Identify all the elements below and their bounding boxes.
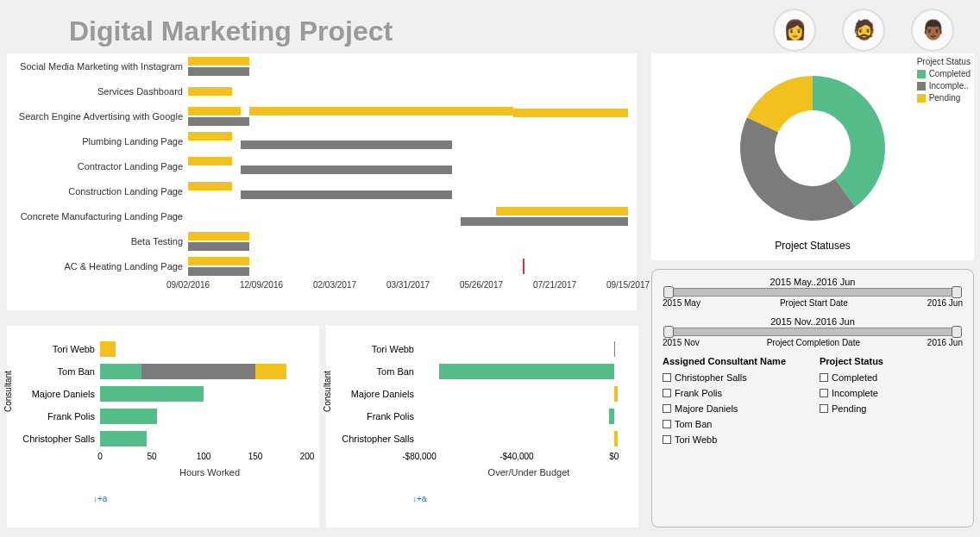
gantt-bar[interactable] <box>241 165 452 174</box>
slider-track[interactable] <box>666 288 959 297</box>
avatar[interactable]: 👩 <box>773 9 816 52</box>
completion-date-slider[interactable]: 2015 Nov..2016 Jun 2015 Nov Project Comp… <box>663 316 963 347</box>
checkbox-icon[interactable] <box>663 373 671 382</box>
checkbox-icon[interactable] <box>820 404 828 413</box>
bar-segment[interactable] <box>100 341 116 357</box>
budget-chart[interactable]: Consultant Tori WebbTom BanMajore Daniel… <box>326 326 638 528</box>
gantt-bar[interactable] <box>513 109 628 117</box>
hours-chart[interactable]: Consultant Tori WebbTom BanMajore Daniel… <box>7 326 319 528</box>
bar-segment[interactable] <box>614 386 618 402</box>
checkbox-row[interactable]: Incomplete <box>820 385 963 401</box>
slider-handle-left[interactable] <box>663 286 674 298</box>
checkbox-icon[interactable] <box>820 389 828 397</box>
bar-label: Frank Polis <box>7 411 100 421</box>
legend-label: Pending <box>929 92 961 104</box>
bar-label: Majore Daniels <box>7 389 100 399</box>
slider-handle-left[interactable] <box>663 326 674 338</box>
axis-tick: 03/31/2017 <box>386 280 430 290</box>
donut-svg <box>726 62 899 234</box>
checkbox-row[interactable]: Majore Daniels <box>663 401 806 416</box>
checkbox-icon[interactable] <box>663 435 671 444</box>
avatar[interactable]: 👨🏾 <box>911 9 954 52</box>
gantt-bar[interactable] <box>188 232 249 240</box>
gantt-bar[interactable] <box>241 140 452 149</box>
gantt-bar[interactable] <box>188 267 249 276</box>
checkbox-row[interactable]: Pending <box>820 401 963 416</box>
slider-range-label: 2015 Nov..2016 Jun <box>663 316 963 327</box>
checkbox-icon[interactable] <box>663 389 671 397</box>
gantt-bar[interactable] <box>188 87 232 96</box>
bar-segment[interactable] <box>614 341 615 357</box>
bar-label: Tom Ban <box>7 366 100 377</box>
slider-min-label: 2015 Nov <box>663 338 700 347</box>
legend-item[interactable]: Incomple.. <box>917 80 971 92</box>
sort-icon[interactable]: ↓+a <box>412 494 426 503</box>
axis-tick: 09/15/2017 <box>606 280 650 290</box>
y-axis-label: Consultant <box>323 371 332 412</box>
slider-caption: Project Start Date <box>700 298 927 308</box>
gantt-bar[interactable] <box>188 117 249 126</box>
axis-tick: 0 <box>97 452 103 461</box>
donut-slice[interactable] <box>740 117 855 221</box>
start-date-slider[interactable]: 2015 May..2016 Jun 2015 May Project Star… <box>663 277 963 308</box>
axis-tick: 50 <box>147 452 156 461</box>
gantt-bar[interactable] <box>188 107 241 116</box>
gantt-bar[interactable] <box>188 182 232 190</box>
legend-item[interactable]: Pending <box>917 92 971 104</box>
slider-handle-right[interactable] <box>952 326 962 338</box>
gantt-bar[interactable] <box>188 257 249 265</box>
bar-segment[interactable] <box>141 364 255 379</box>
checkbox-row[interactable]: Frank Polis <box>663 385 806 401</box>
bar-segment[interactable] <box>100 431 147 446</box>
gantt-bar[interactable] <box>188 57 249 66</box>
checkbox-icon[interactable] <box>663 404 671 413</box>
gantt-row: Contractor Landing Page <box>7 153 637 178</box>
checkbox-row[interactable]: Tori Webb <box>663 432 806 447</box>
legend-item[interactable]: Completed <box>917 68 971 80</box>
bar-segment[interactable] <box>439 364 614 379</box>
gantt-bar[interactable] <box>496 207 628 215</box>
bar-label: Tori Webb <box>326 344 419 354</box>
gantt-row: Concrete Manufacturing Landing Page <box>7 203 637 228</box>
slider-track[interactable] <box>666 328 959 336</box>
gantt-chart[interactable]: Social Media Marketing with InstagramSer… <box>7 53 637 310</box>
slider-handle-right[interactable] <box>952 286 962 298</box>
checkbox-label: Completed <box>832 370 877 385</box>
gantt-label: Search Engine Advertising with Google <box>7 111 188 122</box>
slider-max-label: 2016 Jun <box>927 338 963 347</box>
gantt-bar[interactable] <box>188 242 249 251</box>
bar-segment[interactable] <box>100 409 157 424</box>
gantt-bar[interactable] <box>461 217 628 226</box>
bar-label: Tom Ban <box>326 366 419 377</box>
gantt-bar[interactable] <box>241 190 452 199</box>
consultant-filter: Assigned Consultant Name Christopher Sal… <box>663 356 806 447</box>
gantt-label: Construction Landing Page <box>7 186 188 197</box>
gantt-bar[interactable] <box>249 107 513 116</box>
legend-swatch <box>917 70 926 78</box>
gantt-bar[interactable] <box>188 67 249 76</box>
axis-tick: 12/09/2016 <box>240 280 283 290</box>
slider-range-label: 2015 May..2016 Jun <box>663 277 963 287</box>
bar-segment[interactable] <box>100 386 204 402</box>
checkbox-icon[interactable] <box>663 420 671 428</box>
checkbox-icon[interactable] <box>820 373 828 382</box>
donut-chart[interactable]: Project Status CompletedIncomple..Pendin… <box>651 53 974 260</box>
bar-segment[interactable] <box>614 431 618 446</box>
gantt-row: Services Dashboard <box>7 78 637 103</box>
bar-segment[interactable] <box>100 364 141 379</box>
checkbox-row[interactable]: Tom Ban <box>663 416 806 432</box>
gantt-bar[interactable] <box>188 132 232 140</box>
bar-segment[interactable] <box>609 409 614 424</box>
filter-title: Assigned Consultant Name <box>663 356 806 366</box>
legend-swatch <box>917 94 926 103</box>
gantt-label: Beta Testing <box>7 236 188 247</box>
checkbox-label: Tom Ban <box>675 416 712 432</box>
sort-icon[interactable]: ↓+a <box>93 494 107 503</box>
checkbox-row[interactable]: Christopher Salls <box>663 370 806 385</box>
gantt-label: Services Dashboard <box>7 86 188 97</box>
checkbox-row[interactable]: Completed <box>820 370 963 385</box>
gantt-label: Contractor Landing Page <box>7 161 188 172</box>
gantt-bar[interactable] <box>188 157 232 165</box>
bar-segment[interactable] <box>255 364 286 379</box>
avatar[interactable]: 🧔 <box>842 9 885 52</box>
